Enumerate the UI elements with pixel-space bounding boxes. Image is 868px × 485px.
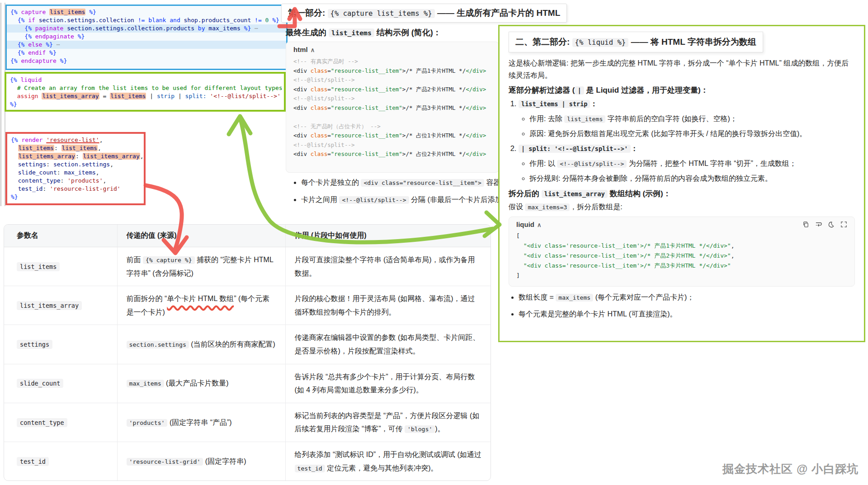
param-cell: list_items xyxy=(4,247,117,286)
step-detail: 原因: 避免拆分后数组首尾出现空元素 (比如字符串开头 / 结尾的换行导致拆分出… xyxy=(529,128,855,139)
filter-step: list_items | strip：作用: 去除 list_items 字符串… xyxy=(519,99,855,139)
usage-cell: 片段可直接渲染整个字符串 (适合简单布局)，或作为备用数据。 xyxy=(285,247,491,286)
collapse-chevron-icon[interactable]: ∧ xyxy=(537,221,542,228)
step-detail: 作用: 以 <!--@list/split--> 为分隔符，把整个 HTML 字… xyxy=(529,158,855,169)
liquid-split-code-box: {% liquid # Create an array from the lis… xyxy=(5,72,286,112)
code-card-toolbar xyxy=(802,221,847,228)
fullscreen-icon[interactable] xyxy=(840,221,847,228)
column-header-usage: 作用 (片段中如何使用) xyxy=(285,225,491,247)
param-cell: content_type xyxy=(4,403,117,442)
param-cell: test_id xyxy=(4,442,117,480)
filter-step: | split: '<!--@list/split-->'：作用: 以 <!--… xyxy=(519,144,855,184)
table-row: test_id'resource-list-grid' (固定字符串)给列表添加… xyxy=(4,442,491,480)
value-cell: 前面 {% capture %} 捕获的 “完整卡片 HTML 字符串” (含分… xyxy=(117,247,285,286)
array-example-code: [ "<div class='resource-list__item'>/* 产… xyxy=(509,229,854,286)
value-cell: 'products' (固定字符串 “产品”) xyxy=(117,403,285,442)
table-row: settingssection.settings (当前区块的所有商家配置)传递… xyxy=(4,325,491,364)
table-row: slide_countmax_items (最大产品卡片数量)告诉片段 “总共有… xyxy=(4,364,491,403)
capture-code: {% capture list_items %} {% if section.s… xyxy=(10,8,283,65)
param-name-chip: test_id xyxy=(17,457,49,466)
table-row: list_items_array前面拆分的 “单个卡片 HTML 数组” (每个… xyxy=(4,286,491,325)
list-item: 每个卡片是独立的 <div class="resource-list__item… xyxy=(301,177,514,188)
param-name-chip: slide_count xyxy=(17,379,63,388)
value-cell: section.settings (当前区块的所有商家配置) xyxy=(117,325,285,364)
filter-section-heading: 逐部分解析过滤器 (| 是 Liquid 过滤器，用于处理变量)： xyxy=(509,85,855,95)
copy-icon[interactable] xyxy=(802,221,809,228)
list-item: 卡片之间用 <!--@list/split--> 分隔 (非最后一个卡片后添加) xyxy=(301,194,514,205)
param-cell: slide_count xyxy=(4,364,117,403)
code-card-header: html∧ xyxy=(286,42,499,54)
theme-icon[interactable] xyxy=(828,221,835,228)
usage-cell: 给列表添加 “测试标识 ID”，用于自动化测试或调试 (如通过 test_id … xyxy=(285,442,491,480)
code-card-header: liquid∧ xyxy=(509,217,854,229)
watermark: 掘金技术社区 @ 小白踩坑 xyxy=(722,461,859,476)
table-row: content_type'products' (固定字符串 “产品”)标记当前列… xyxy=(4,403,491,442)
render-code: {% render 'resource-list', list_items: l… xyxy=(11,136,140,201)
array-structure-heading: 拆分后的 list_items_array 数组结构 (示例)： xyxy=(509,188,855,199)
list-item: 数组长度 = max_items (每个元素对应一个产品卡片)； xyxy=(519,292,855,303)
param-cell: settings xyxy=(4,325,117,364)
part2-panel: 二、第二部分: {% liquid %} —— 将 HTML 字符串拆分为数组 … xyxy=(498,25,865,342)
list-item: 每个元素是完整的单个卡片 HTML (可直接渲染)。 xyxy=(519,309,855,320)
param-name-chip: list_items_array xyxy=(17,301,82,310)
param-cell: list_items_array xyxy=(4,286,117,325)
value-cell: 'resource-list-grid' (固定字符串) xyxy=(117,442,285,480)
wrap-icon[interactable] xyxy=(815,221,822,228)
param-name-chip: settings xyxy=(17,340,52,349)
collapse-chevron-icon[interactable]: ∧ xyxy=(311,47,315,53)
capture-code-box: {% capture list_items %} {% if section.s… xyxy=(5,5,288,70)
usage-cell: 告诉片段 “总共有多少个卡片”，用于计算分页、布局行数 (如 4 列布局需知道总… xyxy=(285,364,491,403)
part1-title: 第一部分: {% capture list_items %} —— 生成所有产品… xyxy=(281,4,567,23)
part1-subtitle: 最终生成的 list_items 结构示例 (简化)： xyxy=(286,27,441,38)
params-table: 参数名 传递的值 (来源) 作用 (片段中如何使用) list_items前面 … xyxy=(4,224,491,481)
usage-cell: 片段的核心数据！用于灵活布局 (如网格、瀑布流)，通过循环数组控制每个卡片的排列… xyxy=(285,286,491,325)
part1-bullets: 每个卡片是独立的 <div class="resource-list__item… xyxy=(292,177,514,212)
liquid-split-code: {% liquid # Create an array from the lis… xyxy=(10,76,280,108)
step-detail: 拆分规则: 分隔符本身会被删除，分隔符前后的内容会成为数组的独立元素。 xyxy=(529,173,855,184)
filter-steps-list: list_items | strip：作用: 去除 list_items 字符串… xyxy=(509,99,855,184)
table-row: list_items前面 {% capture %} 捕获的 “完整卡片 HTM… xyxy=(4,247,491,286)
column-header-value: 传递的值 (来源) xyxy=(117,225,285,247)
part2-title: 二、第二部分: {% liquid %} —— 将 HTML 字符串拆分为数组 xyxy=(509,32,763,52)
assumption-text: 假设 max_items=3，拆分后数组是: xyxy=(509,202,855,212)
code-lang-label: html xyxy=(293,46,308,53)
value-cell: max_items (最大产品卡片数量) xyxy=(117,364,285,403)
render-code-box: {% render 'resource-list', list_items: l… xyxy=(5,132,146,205)
step-detail: 作用: 去除 list_items 字符串前后的空白字符 (如换行、空格)； xyxy=(529,113,855,124)
part2-intro: 这是核心新增逻辑: 把第一步生成的完整 HTML 字符串，拆分成一个 “单个卡片… xyxy=(509,57,855,81)
param-name-chip: list_items xyxy=(17,262,60,271)
column-header-param: 参数名 xyxy=(4,225,117,247)
table-header-row: 参数名 传递的值 (来源) 作用 (片段中如何使用) xyxy=(4,225,491,247)
part2-bullets: 数组长度 = max_items (每个元素对应一个产品卡片)；每个元素是完整的… xyxy=(509,292,855,320)
value-cell: 前面拆分的 “单个卡片 HTML 数组” (每个元素是一个卡片) xyxy=(117,286,285,325)
html-example-code: <!-- 有真实产品时 --><div class="resource-list… xyxy=(286,54,499,162)
array-example-card: liquid∧ [ "<div class='resource-list__it… xyxy=(509,217,855,287)
code-lang-label: liquid xyxy=(516,221,534,228)
param-name-chip: content_type xyxy=(17,418,67,427)
usage-cell: 标记当前列表的内容类型是 “产品”，方便片段区分逻辑 (如后续若复用片段渲染 “… xyxy=(285,403,491,442)
usage-cell: 传递商家在编辑器中设置的参数 (如布局类型、卡片间距、是否显示价格)，片段按配置… xyxy=(285,325,491,364)
params-table-body: list_items前面 {% capture %} 捕获的 “完整卡片 HTM… xyxy=(4,247,491,481)
html-example-card: html∧ <!-- 有真实产品时 --><div class="resourc… xyxy=(286,42,499,173)
